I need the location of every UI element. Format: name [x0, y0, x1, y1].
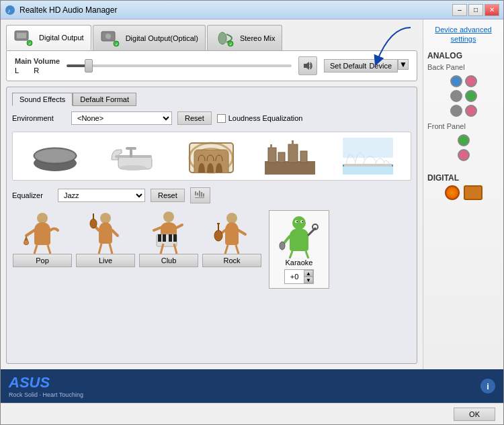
volume-area: Main Volume L R [6, 50, 417, 81]
jack-row-4 [427, 134, 499, 146]
set-default-dropdown[interactable]: ▼ [398, 59, 409, 70]
env-item-ruins[interactable] [263, 138, 317, 175]
volume-slider[interactable] [67, 64, 292, 67]
svg-rect-34 [344, 164, 392, 167]
jack-green-1[interactable] [465, 90, 477, 102]
info-button[interactable]: i [480, 379, 495, 393]
svg-line-43 [34, 245, 37, 254]
equalizer-select[interactable]: Jazz [58, 189, 145, 202]
equalizer-reset-button[interactable]: Reset [151, 189, 185, 202]
karaoke-value-input[interactable] [285, 272, 304, 281]
device-advanced-link[interactable]: Device advanced settings [427, 25, 499, 44]
karaoke-down-button[interactable]: ▼ [304, 277, 313, 283]
svg-rect-53 [158, 234, 161, 242]
analog-section: ANALOG Back Panel Fron [427, 51, 499, 167]
app-icon: ♪ [5, 5, 15, 15]
back-panel-jacks [427, 75, 499, 117]
jack-green-2[interactable] [458, 134, 470, 146]
loudness-checkbox[interactable] [217, 114, 226, 123]
jack-blue-1[interactable] [450, 75, 462, 87]
svg-rect-36 [195, 191, 196, 195]
jack-pink-1[interactable] [465, 75, 477, 87]
jack-optical[interactable] [445, 185, 460, 200]
karaoke-icon [279, 215, 319, 258]
front-panel-jacks [427, 134, 499, 161]
karaoke-box: Karaoke ▲ ▼ [269, 210, 329, 289]
svg-text:✓: ✓ [115, 42, 118, 46]
environments-grid [12, 132, 411, 181]
window-controls: – □ ✕ [452, 4, 499, 16]
env-ruins-image [263, 138, 317, 175]
svg-point-18 [120, 165, 146, 171]
volume-slider-thumb[interactable] [85, 59, 93, 73]
eq-item-club: Club [138, 210, 199, 267]
sound-effects-panel: Environment <None> Reset Loudness Equali… [12, 111, 411, 289]
svg-point-59 [226, 213, 237, 224]
brand-name: ASUS [9, 374, 83, 391]
jack-pink-2[interactable] [465, 105, 477, 117]
eq-club-button[interactable]: Club [139, 254, 198, 267]
ok-button[interactable]: OK [454, 408, 495, 421]
environment-reset-button[interactable]: Reset [177, 111, 212, 125]
tab-sound-effects[interactable]: Sound Effects [12, 93, 73, 106]
tab-stereo-mix[interactable]: ✓ Stereo Mix [207, 25, 283, 50]
svg-line-44 [48, 245, 50, 254]
svg-rect-41 [195, 197, 204, 198]
eq-club-image [145, 210, 192, 254]
tab-digital-optical[interactable]: ✓ Digital Output(Optical) [93, 25, 206, 50]
env-item-stone[interactable] [28, 138, 82, 175]
tab-default-format[interactable]: Default Format [73, 93, 136, 106]
minimize-button[interactable]: – [452, 4, 467, 16]
eq-rock-button[interactable]: Rock [202, 254, 261, 267]
analog-title: ANALOG [427, 51, 499, 60]
svg-text:♪: ♪ [7, 7, 11, 14]
volume-label-group: Main Volume L R [15, 57, 60, 75]
tab-digital-output-label: Digital Output [39, 34, 84, 42]
close-button[interactable]: ✕ [485, 4, 499, 16]
env-colosseum-image [185, 138, 239, 175]
digital-title: DIGITAL [427, 173, 499, 183]
inner-tabs: Sound Effects Default Format [12, 93, 411, 106]
svg-text:✓: ✓ [28, 42, 32, 46]
karaoke-label: Karaoke [286, 258, 313, 267]
karaoke-up-button[interactable]: ▲ [304, 270, 313, 277]
window-title: Realtek HD Audio Manager [19, 5, 452, 15]
svg-rect-19 [130, 148, 132, 158]
env-item-opera[interactable] [341, 138, 395, 175]
eq-live-button[interactable]: Live [76, 254, 135, 267]
ok-bar: OK [1, 403, 503, 424]
svg-rect-3 [17, 33, 26, 38]
svg-text:✓: ✓ [229, 42, 233, 46]
svg-point-62 [214, 230, 222, 241]
equalizer-label: Equalizer [12, 191, 52, 199]
environment-label: Environment [12, 114, 66, 122]
digital-jacks [427, 185, 499, 200]
svg-point-68 [280, 242, 285, 250]
jack-gray-2[interactable] [450, 105, 462, 117]
equalizer-grid-button[interactable] [190, 187, 210, 203]
speaker-button[interactable] [298, 56, 317, 75]
svg-rect-28 [288, 144, 298, 162]
eq-item-rock: Rock [202, 210, 262, 267]
tab-digital-optical-label: Digital Output(Optical) [126, 34, 198, 42]
env-item-colosseum[interactable] [185, 138, 239, 175]
jack-pink-3[interactable] [458, 149, 470, 161]
environment-select[interactable]: <None> [71, 111, 172, 125]
inner-panel: Sound Effects Default Format Environment… [6, 87, 417, 364]
device-tabs: ✓ Digital Output ✓ Digital Outp [6, 25, 417, 50]
set-default-button[interactable]: Set Default Device [324, 59, 398, 73]
svg-rect-39 [201, 192, 202, 197]
svg-rect-37 [197, 193, 198, 195]
eq-pop-image [19, 210, 66, 254]
svg-rect-25 [265, 161, 315, 175]
jack-hdmi[interactable] [464, 185, 482, 200]
svg-line-61 [236, 245, 239, 254]
svg-rect-30 [270, 144, 272, 148]
maximize-button[interactable]: □ [468, 4, 483, 16]
tab-digital-output[interactable]: ✓ Digital Output [6, 25, 91, 50]
svg-rect-20 [126, 147, 136, 150]
env-item-bathroom[interactable] [107, 138, 161, 175]
jack-gray-1[interactable] [450, 90, 462, 102]
eq-pop-button[interactable]: Pop [13, 254, 72, 267]
svg-point-42 [37, 213, 48, 224]
